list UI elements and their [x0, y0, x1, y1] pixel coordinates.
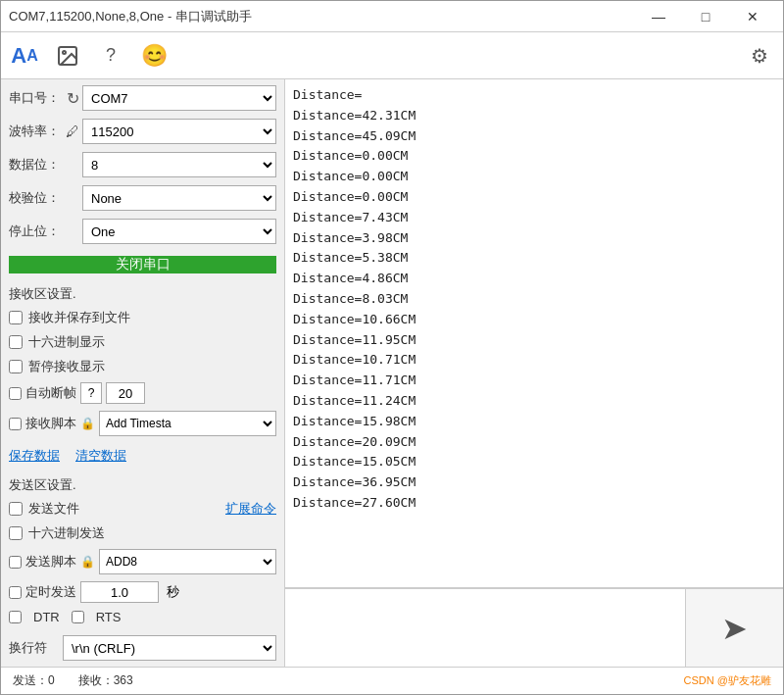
newline-label: 换行符 [9, 639, 63, 657]
rts-label: RTS [96, 610, 122, 624]
newline-row: 换行符 \r\n (CRLF) [9, 635, 276, 661]
toolbar: AA ? 😊 ⚙ [1, 32, 783, 79]
databits-label: 数据位： [9, 156, 63, 174]
stopbits-label: 停止位： [9, 223, 63, 240]
send-script-checkbox[interactable] [9, 556, 22, 569]
receive-line: Distance=27.60CM [293, 493, 775, 514]
receive-line: Distance=36.95CM [293, 472, 775, 493]
title-bar: COM7,115200,None,8,One - 串口调试助手 — □ ✕ [1, 1, 783, 32]
baud-select[interactable]: 115200 [82, 119, 276, 144]
receive-script-select[interactable]: Add Timesta [99, 411, 276, 436]
send-file-checkbox[interactable] [9, 502, 23, 516]
rts-checkbox[interactable] [72, 611, 84, 623]
send-script-select[interactable]: ADD8 [99, 549, 276, 574]
parity-row: 校验位： None [9, 185, 276, 211]
receive-line: Distance=10.66CM [293, 310, 775, 330]
receive-line: Distance=42.31CM [293, 106, 775, 126]
refresh-icon[interactable]: ↻ [63, 89, 82, 108]
receive-line: Distance=0.00CM [293, 146, 775, 167]
main-content: 串口号： ↻ COM7 波特率： 🖊 115200 数据位： 8 [1, 79, 783, 667]
font-icon[interactable]: AA [9, 40, 40, 72]
send-script-label: 发送脚本 [25, 553, 76, 571]
expand-cmd-link[interactable]: 扩展命令 [225, 500, 276, 518]
title-text: COM7,115200,None,8,One - 串口调试助手 [9, 8, 252, 25]
dtr-checkbox[interactable] [9, 611, 22, 623]
minimize-button[interactable]: — [636, 1, 681, 32]
receive-line: Distance=8.03CM [293, 289, 775, 310]
auto-break-help-button[interactable]: ? [80, 382, 102, 404]
receive-script-label: 接收脚本 [25, 415, 76, 432]
right-panel: Distance=Distance=42.31CMDistance=45.09C… [285, 79, 783, 667]
databits-select[interactable]: 8 [82, 152, 276, 177]
newline-select[interactable]: \r\n (CRLF) [63, 635, 276, 661]
port-select[interactable]: COM7 [82, 85, 276, 111]
receive-line: Distance=45.09CM [293, 126, 775, 147]
auto-break-checkbox[interactable] [9, 387, 22, 400]
status-bar: 发送：0 接收：363 CSDN @驴友花雕 [1, 667, 783, 694]
stopbits-select[interactable]: One [82, 219, 276, 244]
timer-row: 定时发送 秒 [9, 581, 276, 603]
toolbar-left: AA ? 😊 [9, 40, 170, 72]
receive-line: Distance=20.09CM [293, 432, 775, 453]
dtr-rts-row: DTR RTS [9, 610, 276, 624]
auto-break-value-input[interactable] [106, 382, 145, 404]
timer-value-input[interactable] [80, 581, 159, 603]
receive-line: Distance=0.00CM [293, 167, 775, 187]
send-script-lock-icon: 🔒 [80, 555, 95, 569]
send-label: 发送： [13, 673, 48, 687]
auto-break-row: 自动断帧 ? [9, 382, 276, 404]
clear-data-link[interactable]: 清空数据 [75, 447, 126, 465]
svg-point-1 [63, 51, 66, 54]
hex-send-checkbox[interactable] [9, 526, 23, 540]
receive-line: Distance= [293, 85, 775, 106]
baud-label: 波特率： [9, 123, 63, 140]
title-bar-left: COM7,115200,None,8,One - 串口调试助手 [9, 8, 252, 25]
receive-label: 接收： [78, 673, 114, 687]
receive-line: Distance=11.95CM [293, 330, 775, 351]
send-section-title: 发送区设置. [9, 476, 276, 494]
auto-break-label: 自动断帧 [25, 384, 76, 402]
parity-select[interactable]: None [82, 185, 276, 211]
send-file-row: 发送文件 扩展命令 [9, 500, 276, 518]
action-links: 保存数据 清空数据 [9, 447, 276, 465]
main-window: COM7,115200,None,8,One - 串口调试助手 — □ ✕ AA… [0, 0, 784, 695]
send-status: 发送：0 [13, 672, 55, 689]
send-textarea[interactable] [285, 589, 685, 667]
baud-icon: 🖊 [63, 124, 82, 139]
help-icon[interactable]: ? [95, 40, 126, 72]
timer-send-checkbox[interactable] [9, 586, 22, 599]
receive-line: Distance=3.98CM [293, 228, 775, 249]
send-arrow-icon: ➤ [721, 610, 748, 647]
pause-receive-checkbox[interactable] [9, 360, 23, 373]
settings-icon[interactable]: ⚙ [744, 40, 775, 72]
receive-line: Distance=11.24CM [293, 391, 775, 412]
receive-line: Distance=10.71CM [293, 350, 775, 371]
title-bar-controls: — □ ✕ [636, 1, 775, 32]
brand-label: CSDN @驴友花雕 [684, 673, 771, 688]
hex-display-checkbox[interactable] [9, 335, 23, 349]
timer-unit: 秒 [167, 583, 179, 601]
receive-script-row: 接收脚本 🔒 Add Timesta [9, 411, 276, 436]
pause-receive-row: 暂停接收显示 [9, 358, 276, 375]
send-area-wrapper: ➤ [285, 588, 783, 667]
receive-script-checkbox[interactable] [9, 418, 22, 430]
save-data-link[interactable]: 保存数据 [9, 447, 60, 465]
send-button[interactable]: ➤ [685, 589, 783, 667]
image-icon[interactable] [52, 40, 83, 72]
send-file-label: 发送文件 [28, 500, 79, 518]
pause-receive-label: 暂停接收显示 [28, 358, 105, 375]
receive-line: Distance=0.00CM [293, 187, 775, 208]
receive-value: 363 [114, 673, 133, 687]
port-row: 串口号： ↻ COM7 [9, 85, 276, 111]
databits-row: 数据位： 8 [9, 152, 276, 177]
receive-section-title: 接收区设置. [9, 285, 276, 303]
hex-send-row: 十六进制发送 [9, 524, 276, 542]
close-port-button[interactable]: 关闭串口 [9, 256, 276, 273]
maximize-button[interactable]: □ [683, 1, 728, 32]
save-to-file-checkbox[interactable] [9, 311, 23, 324]
left-panel: 串口号： ↻ COM7 波特率： 🖊 115200 数据位： 8 [1, 79, 285, 667]
emoji-icon[interactable]: 😊 [138, 40, 170, 72]
close-button[interactable]: ✕ [730, 1, 775, 32]
receive-line: Distance=4.86CM [293, 269, 775, 289]
stopbits-row: 停止位： One [9, 219, 276, 244]
